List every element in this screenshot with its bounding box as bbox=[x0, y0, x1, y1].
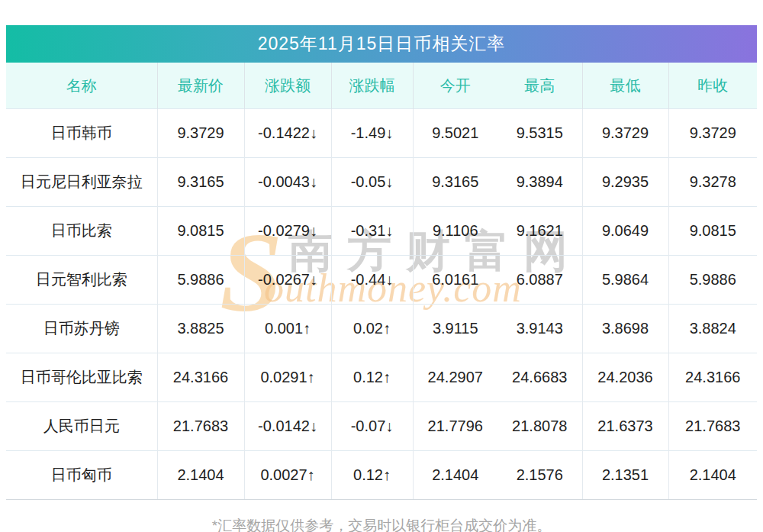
cell-low: 9.2935 bbox=[582, 158, 668, 207]
cell-pct: 0.12↑ bbox=[331, 353, 413, 402]
col-header-pct: 涨跌幅 bbox=[331, 63, 413, 109]
cell-low: 9.0649 bbox=[582, 207, 668, 256]
table-body: 日币韩币9.3729-0.1422↓-1.49↓9.50219.53159.37… bbox=[6, 109, 757, 500]
cell-low: 3.8698 bbox=[582, 305, 668, 353]
cell-name: 日元尼日利亚奈拉 bbox=[6, 158, 157, 207]
cell-change: -0.0267↓ bbox=[244, 256, 331, 305]
cell-low: 5.9864 bbox=[582, 256, 668, 305]
cell-name: 日币苏丹镑 bbox=[6, 305, 157, 353]
cell-prev: 9.3278 bbox=[668, 158, 757, 207]
cell-high: 3.9143 bbox=[497, 305, 582, 353]
cell-pct: -0.05↓ bbox=[331, 158, 413, 207]
col-header-change: 涨跌额 bbox=[244, 63, 331, 109]
cell-latest: 24.3166 bbox=[157, 353, 244, 402]
cell-change: 0.001↑ bbox=[244, 305, 331, 353]
cell-change: 0.0291↑ bbox=[244, 353, 331, 402]
cell-low: 9.3729 bbox=[582, 109, 668, 158]
cell-name: 日币匈币 bbox=[6, 451, 157, 500]
cell-change: -0.1422↓ bbox=[244, 109, 331, 158]
page-title: 2025年11月15日日币相关汇率 bbox=[6, 25, 757, 63]
col-header-high: 最高 bbox=[497, 63, 582, 109]
cell-change: -0.0043↓ bbox=[244, 158, 331, 207]
col-header-name: 名称 bbox=[6, 63, 157, 109]
cell-latest: 5.9886 bbox=[157, 256, 244, 305]
cell-latest: 9.0815 bbox=[157, 207, 244, 256]
cell-prev: 3.8824 bbox=[668, 305, 757, 353]
cell-open: 24.2907 bbox=[413, 353, 497, 402]
col-header-low: 最低 bbox=[582, 63, 668, 109]
exchange-rate-table: 名称 最新价 涨跌额 涨跌幅 今开 最高 最低 昨收 日币韩币9.3729-0.… bbox=[6, 63, 757, 500]
cell-name: 日币韩币 bbox=[6, 109, 157, 158]
cell-high: 2.1576 bbox=[497, 451, 582, 500]
disclaimer-text: *汇率数据仅供参考，交易时以银行柜台成交价为准。 bbox=[6, 516, 757, 532]
cell-name: 人民币日元 bbox=[6, 402, 157, 451]
cell-prev: 5.9886 bbox=[668, 256, 757, 305]
cell-name: 日元智利比索 bbox=[6, 256, 157, 305]
cell-open: 9.1106 bbox=[413, 207, 497, 256]
cell-open: 3.9115 bbox=[413, 305, 497, 353]
cell-pct: -0.44↓ bbox=[331, 256, 413, 305]
table-row: 日币匈币2.14040.0027↑0.12↑2.14042.15762.1351… bbox=[6, 451, 757, 500]
cell-latest: 3.8825 bbox=[157, 305, 244, 353]
cell-prev: 9.3729 bbox=[668, 109, 757, 158]
rates-page: 2025年11月15日日币相关汇率 名称 最新价 涨跌额 涨跌幅 今开 最高 最… bbox=[6, 0, 757, 532]
col-header-latest: 最新价 bbox=[157, 63, 244, 109]
cell-latest: 21.7683 bbox=[157, 402, 244, 451]
cell-pct: 0.02↑ bbox=[331, 305, 413, 353]
cell-open: 21.7796 bbox=[413, 402, 497, 451]
cell-latest: 9.3729 bbox=[157, 109, 244, 158]
cell-open: 6.0161 bbox=[413, 256, 497, 305]
cell-high: 6.0887 bbox=[497, 256, 582, 305]
table-header-row: 名称 最新价 涨跌额 涨跌幅 今开 最高 最低 昨收 bbox=[6, 63, 757, 109]
cell-prev: 9.0815 bbox=[668, 207, 757, 256]
cell-pct: -1.49↓ bbox=[331, 109, 413, 158]
cell-prev: 24.3166 bbox=[668, 353, 757, 402]
col-header-open: 今开 bbox=[413, 63, 497, 109]
cell-open: 9.3165 bbox=[413, 158, 497, 207]
cell-open: 2.1404 bbox=[413, 451, 497, 500]
cell-high: 9.5315 bbox=[497, 109, 582, 158]
cell-low: 2.1351 bbox=[582, 451, 668, 500]
cell-high: 9.1621 bbox=[497, 207, 582, 256]
cell-name: 日币比索 bbox=[6, 207, 157, 256]
cell-latest: 9.3165 bbox=[157, 158, 244, 207]
cell-pct: -0.07↓ bbox=[331, 402, 413, 451]
cell-low: 21.6373 bbox=[582, 402, 668, 451]
table-row: 日币韩币9.3729-0.1422↓-1.49↓9.50219.53159.37… bbox=[6, 109, 757, 158]
col-header-prev: 昨收 bbox=[668, 63, 757, 109]
cell-high: 24.6683 bbox=[497, 353, 582, 402]
cell-change: -0.0142↓ bbox=[244, 402, 331, 451]
cell-high: 9.3894 bbox=[497, 158, 582, 207]
cell-change: 0.0027↑ bbox=[244, 451, 331, 500]
table-row: 日币哥伦比亚比索24.31660.0291↑0.12↑24.290724.668… bbox=[6, 353, 757, 402]
table-row: 日币比索9.0815-0.0279↓-0.31↓9.11069.16219.06… bbox=[6, 207, 757, 256]
cell-name: 日币哥伦比亚比索 bbox=[6, 353, 157, 402]
table-row: 人民币日元21.7683-0.0142↓-0.07↓21.779621.8078… bbox=[6, 402, 757, 451]
cell-low: 24.2036 bbox=[582, 353, 668, 402]
cell-prev: 2.1404 bbox=[668, 451, 757, 500]
cell-prev: 21.7683 bbox=[668, 402, 757, 451]
cell-open: 9.5021 bbox=[413, 109, 497, 158]
table-row: 日元智利比索5.9886-0.0267↓-0.44↓6.01616.08875.… bbox=[6, 256, 757, 305]
cell-change: -0.0279↓ bbox=[244, 207, 331, 256]
cell-high: 21.8078 bbox=[497, 402, 582, 451]
table-row: 日币苏丹镑3.88250.001↑0.02↑3.91153.91433.8698… bbox=[6, 305, 757, 353]
cell-pct: 0.12↑ bbox=[331, 451, 413, 500]
table-row: 日元尼日利亚奈拉9.3165-0.0043↓-0.05↓9.31659.3894… bbox=[6, 158, 757, 207]
cell-latest: 2.1404 bbox=[157, 451, 244, 500]
cell-pct: -0.31↓ bbox=[331, 207, 413, 256]
